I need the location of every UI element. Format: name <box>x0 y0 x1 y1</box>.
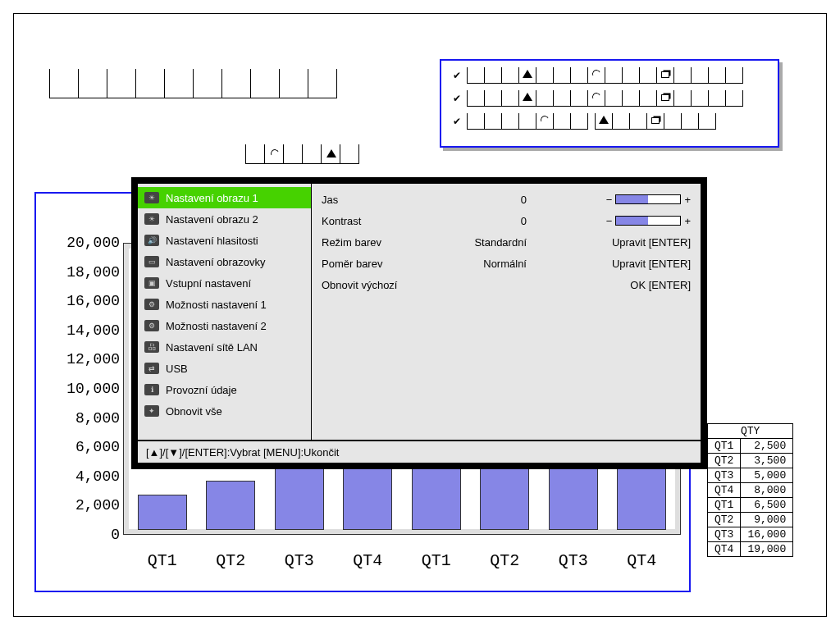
qty-table-header: QTY <box>708 424 793 439</box>
osd-value: Normální <box>453 258 535 270</box>
check-icon: ✔ <box>453 70 461 81</box>
table-row: QT16,500 <box>708 498 793 513</box>
chart-bar <box>138 495 187 530</box>
table-row: QT23,500 <box>708 454 793 468</box>
table-row: QT12,500 <box>708 439 793 454</box>
osd-label: Kontrast <box>322 215 453 227</box>
y-tick-label: 6,000 <box>51 439 120 455</box>
legend-row: ✔ <box>453 113 766 130</box>
osd-setting-color-ratio[interactable]: Poměr barev Normální Upravit [ENTER] <box>322 253 691 274</box>
menu-item-icon: ▭ <box>144 256 159 267</box>
menu-item-label: Nastavení obrazu 1 <box>166 192 258 204</box>
chart-bar <box>275 459 324 530</box>
osd-value: 0 <box>453 215 535 227</box>
menu-item-label: Nastavení obrazovky <box>166 256 265 268</box>
y-tick-label: 14,000 <box>51 322 120 339</box>
osd-menu-item[interactable]: ℹProvozní údaje <box>138 379 311 400</box>
x-tick-label: QT1 <box>148 551 177 570</box>
chart-x-axis: QT1QT2QT3QT4QT1QT2QT3QT4 <box>128 545 676 578</box>
table-row: QT419,000 <box>708 542 793 557</box>
table-row: QT35,000 <box>708 468 793 483</box>
osd-menu-item[interactable]: 品Nastavení sítě LAN <box>138 336 311 358</box>
menu-item-label: USB <box>166 363 188 375</box>
chart-y-axis: 02,0004,0006,0008,00010,00012,00014,0001… <box>51 243 120 535</box>
legend-panel: ✔ ✔ ✔ <box>440 59 779 148</box>
osd-menu-list: ☀Nastavení obrazu 1☀Nastavení obrazu 2🔊N… <box>138 184 312 440</box>
osd-action: OK [ENTER] <box>535 279 691 291</box>
x-tick-label: QT4 <box>627 551 656 570</box>
minus-icon[interactable]: − <box>606 194 613 206</box>
menu-item-icon: ▣ <box>144 277 159 289</box>
placeholder-title-boxes <box>49 69 337 98</box>
osd-menu-item[interactable]: ☀Nastavení obrazu 2 <box>138 208 311 230</box>
x-tick-label: QT3 <box>559 551 588 570</box>
menu-item-label: Nastavení hlasitosti <box>166 235 258 247</box>
menu-item-label: Možnosti nastavení 1 <box>166 299 267 311</box>
check-icon: ✔ <box>453 93 461 104</box>
y-tick-label: 18,000 <box>51 264 120 281</box>
plus-icon[interactable]: + <box>684 194 691 206</box>
y-tick-label: 0 <box>51 527 120 543</box>
osd-label: Poměr barev <box>322 258 453 270</box>
osd-setting-brightness[interactable]: Jas 0 − + <box>322 189 691 210</box>
chart-bar <box>206 481 255 530</box>
osd-settings-panel: Jas 0 − + Kontrast 0 − + Režim barev <box>312 184 701 440</box>
menu-item-label: Provozní údaje <box>166 384 237 396</box>
placeholder-subtitle-boxes <box>246 144 359 164</box>
menu-item-icon: ⚙ <box>144 320 159 331</box>
menu-item-label: Obnovit vše <box>166 405 222 418</box>
osd-menu: ☀Nastavení obrazu 1☀Nastavení obrazu 2🔊N… <box>131 177 707 469</box>
y-tick-label: 16,000 <box>51 293 120 309</box>
osd-action: Upravit [ENTER] <box>535 236 691 249</box>
osd-menu-item[interactable]: ⇄USB <box>138 358 311 379</box>
osd-action: Upravit [ENTER] <box>535 258 691 270</box>
slider[interactable] <box>615 194 681 204</box>
check-icon: ✔ <box>453 116 461 127</box>
osd-setting-color-mode[interactable]: Režim barev Standardní Upravit [ENTER] <box>322 231 691 253</box>
menu-item-icon: 🔊 <box>144 235 159 246</box>
osd-menu-item[interactable]: ⚙Možnosti nastavení 2 <box>138 315 311 336</box>
osd-label: Obnovit výchozí <box>322 279 453 291</box>
osd-value: 0 <box>453 194 535 206</box>
table-row: QT29,000 <box>708 513 793 527</box>
osd-footer-hints: [▲]/[▼]/[ENTER]:Vybrat [MENU]:Ukončit <box>138 440 701 463</box>
y-tick-label: 8,000 <box>51 410 120 427</box>
table-row: QT316,000 <box>708 527 793 542</box>
slider[interactable] <box>615 216 681 226</box>
menu-item-label: Vstupní nastavení <box>166 277 251 290</box>
osd-menu-item[interactable]: ▭Nastavení obrazovky <box>138 251 311 272</box>
osd-label: Režim barev <box>322 236 453 249</box>
osd-menu-item[interactable]: ⚙Možnosti nastavení 1 <box>138 294 311 315</box>
x-tick-label: QT2 <box>490 551 519 570</box>
menu-item-icon: 品 <box>144 341 159 353</box>
minus-icon[interactable]: − <box>606 215 613 227</box>
menu-item-icon: ⇄ <box>144 363 159 374</box>
qty-table: QTY QT12,500QT23,500QT35,000QT48,000QT16… <box>707 423 793 557</box>
x-tick-label: QT4 <box>353 551 382 570</box>
y-tick-label: 20,000 <box>51 235 120 251</box>
x-tick-label: QT3 <box>285 551 314 570</box>
osd-setting-reset[interactable]: Obnovit výchozí OK [ENTER] <box>322 274 691 295</box>
plus-icon[interactable]: + <box>684 215 691 227</box>
menu-item-icon: ✦ <box>144 405 159 417</box>
table-row: QT48,000 <box>708 483 793 498</box>
menu-item-label: Možnosti nastavení 2 <box>166 320 267 332</box>
osd-label: Jas <box>322 194 453 206</box>
y-tick-label: 2,000 <box>51 497 120 514</box>
menu-item-label: Nastavení obrazu 2 <box>166 213 258 226</box>
osd-menu-item[interactable]: ☀Nastavení obrazu 1 <box>138 187 311 208</box>
y-tick-label: 12,000 <box>51 351 120 368</box>
menu-item-label: Nastavení sítě LAN <box>166 341 258 354</box>
osd-value: Standardní <box>453 236 535 249</box>
menu-item-icon: ℹ <box>144 384 159 395</box>
osd-menu-item[interactable]: ✦Obnovit vše <box>138 400 311 422</box>
osd-setting-contrast[interactable]: Kontrast 0 − + <box>322 210 691 231</box>
menu-item-icon: ⚙ <box>144 299 159 310</box>
osd-menu-item[interactable]: 🔊Nastavení hlasitosti <box>138 230 311 251</box>
legend-row: ✔ <box>453 90 766 107</box>
osd-menu-item[interactable]: ▣Vstupní nastavení <box>138 272 311 294</box>
y-tick-label: 4,000 <box>51 468 120 485</box>
menu-item-icon: ☀ <box>144 213 159 225</box>
y-tick-label: 10,000 <box>51 381 120 397</box>
x-tick-label: QT1 <box>422 551 451 570</box>
